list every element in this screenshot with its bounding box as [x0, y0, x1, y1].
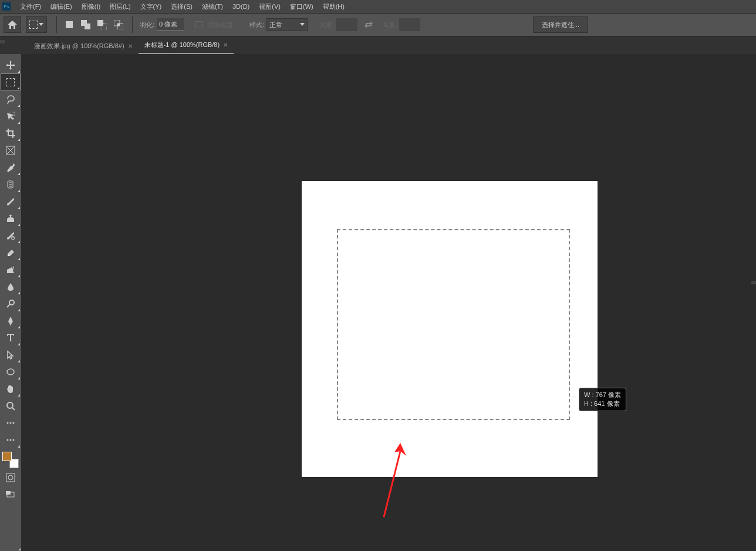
style-label: 样式: — [249, 21, 264, 29]
svg-point-14 — [7, 402, 13, 408]
menu-type[interactable]: 文字(Y) — [136, 2, 167, 11]
svg-rect-21 — [6, 473, 15, 482]
gradient-tool[interactable] — [1, 261, 21, 278]
width-input — [336, 18, 357, 31]
clone-stamp-tool[interactable] — [1, 210, 21, 227]
menu-select[interactable]: 选择(S) — [166, 2, 197, 11]
menu-window[interactable]: 窗口(W) — [285, 2, 318, 11]
feather-input[interactable] — [157, 18, 184, 31]
svg-rect-24 — [6, 491, 11, 495]
quick-mask-toggle[interactable] — [1, 469, 21, 486]
svg-rect-7 — [117, 23, 120, 26]
dodge-tool[interactable] — [1, 295, 21, 312]
zoom-tool[interactable] — [1, 397, 21, 414]
hand-tool[interactable] — [1, 380, 21, 397]
close-icon[interactable]: ✕ — [128, 43, 133, 49]
panel-grip[interactable] — [751, 281, 756, 284]
svg-point-22 — [8, 475, 13, 480]
svg-rect-2 — [85, 23, 90, 29]
eyedropper-tool[interactable] — [1, 159, 21, 176]
subtract-selection-icon[interactable] — [95, 17, 110, 32]
home-button[interactable] — [4, 16, 21, 33]
document-tab[interactable]: 未标题-1 @ 100%(RGB/8) ✕ — [139, 37, 234, 54]
tooltip-width: W : 767 像素 — [584, 391, 621, 399]
svg-point-20 — [13, 439, 15, 441]
home-icon — [8, 21, 17, 29]
blur-tool[interactable] — [1, 278, 21, 295]
tab-label: 未标题-1 @ 100%(RGB/8) — [144, 41, 220, 49]
tools-panel — [0, 54, 21, 551]
svg-point-17 — [13, 422, 15, 424]
selection-dimensions-tooltip: W : 767 像素 H : 641 像素 — [579, 388, 626, 411]
marquee-icon — [29, 21, 38, 29]
menu-3d[interactable]: 3D(D) — [228, 3, 254, 10]
svg-point-16 — [10, 422, 12, 424]
panel-grip[interactable] — [0, 40, 5, 43]
menu-help[interactable]: 帮助(H) — [318, 2, 349, 11]
antialias-checkbox — [195, 21, 203, 28]
quick-selection-tool[interactable] — [1, 107, 21, 125]
foreground-color[interactable] — [2, 452, 12, 461]
edit-toolbar[interactable] — [1, 431, 21, 448]
frame-tool[interactable] — [1, 142, 21, 159]
chevron-down-icon — [39, 23, 43, 26]
app-icon: Ps — [2, 2, 11, 11]
swap-icon[interactable] — [365, 21, 373, 29]
tooltip-height: H : 641 像素 — [584, 399, 621, 408]
screen-mode-toggle[interactable] — [1, 487, 21, 503]
crop-tool[interactable] — [1, 125, 21, 142]
tab-label: 漫画效果.jpg @ 100%(RGB/8#) — [34, 42, 124, 51]
svg-point-12 — [9, 300, 14, 305]
document-tabs: 漫画效果.jpg @ 100%(RGB/8#) ✕ 未标题-1 @ 100%(R… — [0, 36, 756, 54]
path-selection-tool[interactable] — [1, 346, 21, 363]
options-bar: 羽化: 消除锯齿 样式: 正常 宽度: 高度: 选择并遮住... — [0, 13, 756, 36]
svg-point-15 — [7, 422, 9, 424]
brush-tool[interactable] — [1, 193, 21, 210]
add-selection-icon[interactable] — [78, 17, 93, 32]
menu-file[interactable]: 文件(F) — [15, 2, 46, 11]
width-label: 宽度: — [319, 21, 334, 29]
spot-healing-tool[interactable] — [1, 176, 21, 193]
antialias-label: 消除锯齿 — [207, 21, 233, 29]
more-tools[interactable] — [1, 414, 21, 431]
separator — [56, 16, 57, 33]
menu-edit[interactable]: 编辑(E) — [46, 2, 77, 11]
lasso-tool[interactable] — [1, 90, 21, 107]
color-swatches[interactable] — [2, 452, 19, 468]
shape-tool[interactable] — [1, 363, 21, 380]
svg-rect-0 — [66, 21, 73, 28]
menubar: Ps 文件(F) 编辑(E) 图像(I) 图层(L) 文字(Y) 选择(S) 滤… — [0, 0, 756, 13]
intersect-selection-icon[interactable] — [111, 17, 126, 32]
style-select[interactable]: 正常 — [266, 18, 308, 31]
tool-preset-picker[interactable] — [26, 16, 47, 33]
annotation-arrow-icon — [360, 441, 407, 523]
document-tab[interactable]: 漫画效果.jpg @ 100%(RGB/8#) ✕ — [28, 38, 139, 54]
svg-point-19 — [10, 439, 12, 441]
close-icon[interactable]: ✕ — [223, 42, 228, 48]
svg-point-11 — [12, 267, 13, 268]
marquee-icon — [6, 78, 15, 86]
new-selection-icon[interactable] — [62, 17, 77, 32]
type-tool[interactable] — [1, 329, 21, 346]
separator — [132, 16, 133, 33]
menu-image[interactable]: 图像(I) — [77, 2, 105, 11]
eraser-tool[interactable] — [1, 244, 21, 261]
svg-rect-3 — [97, 20, 103, 26]
canvas-viewport[interactable]: W : 767 像素 H : 641 像素 — [21, 54, 756, 551]
chevron-down-icon — [300, 23, 305, 26]
select-and-mask-button[interactable]: 选择并遮住... — [533, 16, 588, 33]
history-brush-tool[interactable] — [1, 227, 21, 244]
pen-tool[interactable] — [1, 312, 21, 329]
menu-view[interactable]: 视图(V) — [254, 2, 285, 11]
menu-filter[interactable]: 滤镜(T) — [197, 2, 228, 11]
svg-point-13 — [7, 369, 14, 375]
svg-line-25 — [384, 451, 400, 517]
svg-point-18 — [7, 439, 9, 441]
menu-layer[interactable]: 图层(L) — [105, 2, 135, 11]
rectangular-marquee-tool[interactable] — [1, 73, 21, 90]
marquee-selection — [337, 229, 570, 420]
move-tool[interactable] — [1, 56, 21, 73]
feather-label: 羽化: — [140, 21, 154, 29]
height-label: 高度: — [382, 21, 397, 29]
height-input — [399, 18, 420, 31]
